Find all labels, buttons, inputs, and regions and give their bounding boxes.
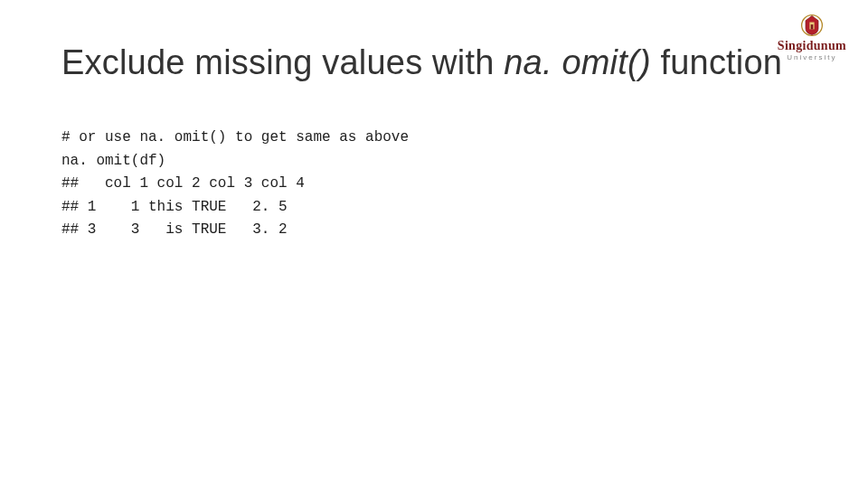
code-line: ## col 1 col 2 col 3 col 4 — [61, 173, 409, 196]
crest-icon — [799, 13, 825, 38]
title-post: function — [651, 43, 782, 81]
university-logo: Singidunum University — [778, 13, 846, 61]
title-pre: Exclude missing values with — [61, 43, 504, 81]
code-line: # or use na. omit() to get same as above — [61, 127, 409, 150]
code-line: ## 1 1 this TRUE 2. 5 — [61, 196, 409, 220]
logo-subtitle: University — [787, 53, 836, 61]
svg-rect-2 — [811, 24, 814, 29]
title-function: na. omit() — [504, 43, 650, 81]
code-line: na. omit(df) — [61, 150, 409, 174]
code-block: # or use na. omit() to get same as above… — [61, 127, 409, 242]
slide: Singidunum University Exclude missing va… — [0, 0, 868, 488]
slide-title: Exclude missing values with na. omit() f… — [61, 43, 782, 82]
code-line: ## 3 3 is TRUE 3. 2 — [61, 219, 409, 242]
logo-name: Singidunum — [778, 40, 846, 52]
